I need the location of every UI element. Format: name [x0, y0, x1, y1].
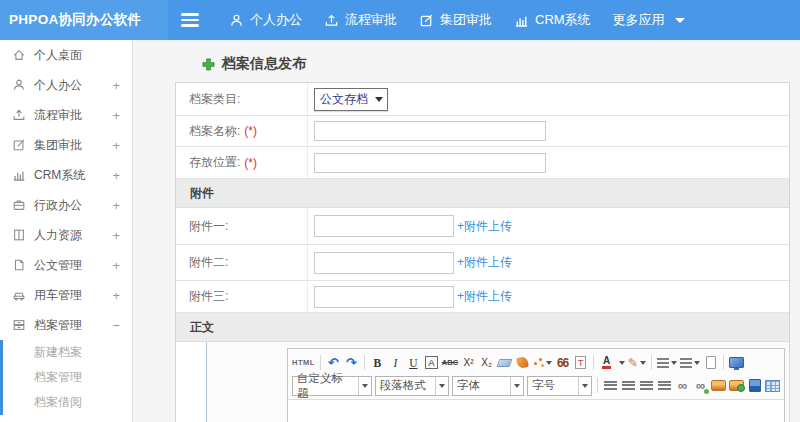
- plus-green-icon: [202, 58, 215, 71]
- eraser-button[interactable]: [497, 353, 512, 372]
- user-icon: [229, 13, 244, 28]
- nav-label: 集团审批: [440, 11, 492, 29]
- form-row-attachment-2: 附件二: +附件上传: [176, 245, 789, 281]
- category-select[interactable]: 公文存档: [314, 88, 388, 111]
- sidebar-item-workflow-approval[interactable]: 流程审批 +: [0, 100, 132, 130]
- table-icon: [765, 380, 780, 392]
- sidebar-item-label: 集团审批: [34, 137, 82, 154]
- toolbar-separator: [593, 355, 594, 370]
- fullscreen-button[interactable]: [729, 353, 744, 372]
- subscript-button[interactable]: X₂: [479, 353, 494, 372]
- ordered-list-button[interactable]: [657, 353, 677, 372]
- unordered-list-button[interactable]: [680, 353, 700, 372]
- bold-button[interactable]: B: [370, 353, 385, 372]
- insert-network-image-button[interactable]: [729, 376, 744, 395]
- field-label: 档案名称:(*): [176, 116, 308, 146]
- insert-media-button[interactable]: [747, 376, 762, 395]
- expand-toggle: +: [112, 109, 120, 122]
- attachment-2-input[interactable]: [314, 252, 454, 274]
- align-center-button[interactable]: [621, 376, 636, 395]
- sidebar-item-group-approval[interactable]: 集团审批 +: [0, 130, 132, 160]
- auto-typeset-button[interactable]: [533, 353, 552, 372]
- form-row-attachment-3: 附件三: +附件上传: [176, 281, 789, 313]
- nav-personal-office[interactable]: 个人办公: [229, 0, 302, 40]
- html-source-button[interactable]: HTML: [292, 353, 315, 372]
- required-marker: (*): [244, 156, 257, 170]
- sidebar-item-label: 行政办公: [34, 197, 82, 214]
- link-icon: ∞: [678, 378, 687, 393]
- editor-toolbar: HTML ↶ ↷ B I U A ABC X²: [288, 349, 784, 400]
- heading-style-select[interactable]: 自定义标题: [292, 376, 372, 396]
- redo-button[interactable]: ↷: [344, 353, 359, 372]
- sidebar-item-label: 个人办公: [34, 77, 82, 94]
- underline-button[interactable]: U: [406, 353, 421, 372]
- font-color-button[interactable]: A: [599, 353, 614, 372]
- caret-down-icon: [640, 361, 646, 365]
- strikethrough-button[interactable]: ABC: [442, 353, 458, 372]
- body-field-cell: HTML ↶ ↷ B I U A ABC X²: [207, 342, 789, 422]
- undo-button[interactable]: ↶: [326, 353, 341, 372]
- align-left-button[interactable]: [603, 376, 618, 395]
- highlight-button[interactable]: ✎: [628, 353, 646, 372]
- sidebar-item-document-management[interactable]: 公文管理 +: [0, 250, 132, 280]
- superscript-button[interactable]: X²: [461, 353, 476, 372]
- storage-location-input[interactable]: [314, 153, 546, 173]
- nav-workflow-approval[interactable]: 流程审批: [324, 0, 397, 40]
- attachment-1-upload-link[interactable]: +附件上传: [457, 218, 512, 235]
- expand-toggle: +: [112, 199, 120, 212]
- page-title: 档案信息发布: [202, 55, 306, 73]
- sidebar-item-vehicle-management[interactable]: 用车管理 +: [0, 280, 132, 310]
- caret-down-icon: [675, 18, 685, 23]
- insert-table-button[interactable]: [765, 376, 780, 395]
- image-plus-icon: [729, 380, 744, 391]
- edit-icon: [419, 13, 434, 28]
- subitem-label: 新建档案: [34, 344, 82, 361]
- sidebar-subitem-archive-borrow[interactable]: 档案借阅: [3, 390, 132, 415]
- paste-text-button[interactable]: T: [573, 353, 588, 372]
- remove-link-button[interactable]: ∞: [693, 376, 708, 395]
- align-justify-button[interactable]: [657, 376, 672, 395]
- caret-down-icon: [375, 97, 383, 102]
- sidebar-item-admin-office[interactable]: 行政办公 +: [0, 190, 132, 220]
- font-size-select[interactable]: 字号: [527, 376, 592, 396]
- collapse-toggle: −: [112, 319, 120, 332]
- edit-icon: [12, 138, 26, 152]
- sidebar-item-label: 公文管理: [34, 257, 82, 274]
- nav-crm-system[interactable]: CRM系统: [514, 0, 591, 40]
- sidebar-item-personal-office[interactable]: 个人办公 +: [0, 70, 132, 100]
- attachment-3-upload-link[interactable]: +附件上传: [457, 288, 512, 305]
- nav-more-apps[interactable]: 更多应用: [613, 0, 685, 40]
- align-center-icon: [622, 381, 635, 391]
- insert-link-button[interactable]: ∞: [675, 376, 690, 395]
- new-page-button[interactable]: [703, 353, 718, 372]
- sidebar-subitem-archive-management[interactable]: 档案管理: [3, 365, 132, 390]
- editor-content-area[interactable]: [288, 400, 784, 422]
- italic-button[interactable]: I: [388, 353, 403, 372]
- caret-down-icon: [694, 361, 700, 365]
- blockquote-button[interactable]: 66: [555, 353, 570, 372]
- sidebar-item-human-resources[interactable]: 人力资源 +: [0, 220, 132, 250]
- align-right-button[interactable]: [639, 376, 654, 395]
- font-family-select[interactable]: 字体: [452, 376, 524, 396]
- sidebar-item-personal-desktop[interactable]: 个人桌面: [0, 40, 132, 70]
- format-block-button[interactable]: A: [425, 356, 437, 369]
- sidebar-item-crm-system[interactable]: CRM系统 +: [0, 160, 132, 190]
- paragraph-format-select[interactable]: 段落格式: [375, 376, 449, 396]
- top-nav: 个人办公 流程审批 集团审批 CRM系统 更多应用: [229, 0, 685, 40]
- archive-name-input[interactable]: [314, 121, 546, 141]
- attachment-3-input[interactable]: [314, 286, 454, 308]
- nav-group-approval[interactable]: 集团审批: [419, 0, 492, 40]
- expand-toggle: +: [112, 229, 120, 242]
- attachment-2-upload-link[interactable]: +附件上传: [457, 254, 512, 271]
- attachment-1-input[interactable]: [314, 215, 454, 237]
- sidebar-item-archive-management[interactable]: 档案管理 −: [0, 310, 132, 340]
- form-row-category: 档案类目: 公文存档: [176, 83, 789, 116]
- field-label: 附件二:: [176, 245, 308, 280]
- hamburger-menu-icon[interactable]: [181, 13, 201, 27]
- insert-image-button[interactable]: [711, 376, 726, 395]
- align-justify-icon: [658, 381, 671, 391]
- paste-icon: T: [575, 356, 587, 369]
- align-left-icon: [604, 381, 617, 391]
- format-painter-button[interactable]: [515, 353, 530, 372]
- sidebar-subitem-new-archive[interactable]: 新建档案: [3, 340, 132, 365]
